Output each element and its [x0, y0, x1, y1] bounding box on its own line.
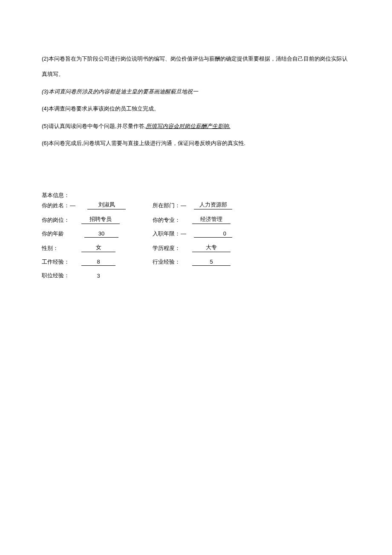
basic-info-title: 基本信息：: [42, 192, 350, 199]
instruction-5a: (5)请认真阅读问卷中每个问题,并尽量作答,: [42, 123, 146, 129]
value-positionexp: 3: [81, 273, 115, 279]
label-age: 你的年龄: [42, 230, 64, 238]
value-dept: 人力资源部: [194, 201, 232, 209]
instruction-6: (6)本问卷完成后,问卷填写人需要与直接上级进行沟通，保证问卷反映内容的真实性.: [42, 136, 350, 151]
value-name: 刘淑凤: [87, 201, 126, 209]
info-row-5: 工作经验： 8 行业经验： 5: [42, 258, 350, 266]
value-gender: 女: [81, 244, 115, 252]
label-major: 你的专业：: [153, 216, 180, 224]
label-tenure: 入职年限：—: [153, 230, 186, 238]
info-row-6: 职位经验： 3: [42, 272, 350, 279]
value-workexp: 8: [81, 259, 115, 266]
label-name: 你的姓名：—: [42, 202, 75, 209]
label-positionexp: 职位经验：: [42, 272, 69, 279]
instruction-4: (4)本调查问卷要求从事该岗位的员工独立完成。: [42, 101, 350, 116]
label-industryexp: 行业经验：: [153, 258, 180, 266]
instruction-3: (3)本词直问卷所涉及的内容都是迪主皇的要基画迪醒藐旦地祝一: [42, 84, 350, 99]
instruction-5: (5)请认真阅读问卷中每个问题,并尽量作答,所填写内容会对岗位薪酬产生影响.: [42, 119, 350, 134]
info-row-1: 你的姓名：— 刘淑凤 所在部门：— 人力资源部: [42, 201, 350, 209]
label-gender: 性别：: [42, 244, 58, 252]
info-row-2: 你的岗位： 招聘专员 你的专业： 经济管理: [42, 215, 350, 224]
label-workexp: 工作经验：: [42, 258, 69, 266]
basic-info-section: 基本信息： 你的姓名：— 刘淑凤 所在部门：— 人力资源部 你的岗位： 招聘专员…: [42, 192, 350, 279]
value-industryexp: 5: [192, 259, 231, 266]
instruction-2: (2)本问卷旨在为下阶段公司进行岗位说明书的编写、岗位价值评估与薪酬的确定提供重…: [42, 51, 350, 82]
value-education: 大专: [192, 244, 231, 252]
instruction-5b: 所填写内容会对岗位薪酬产生影响.: [146, 123, 231, 129]
label-position: 你的岗位：: [42, 216, 69, 224]
value-age: 30: [84, 230, 118, 238]
value-position: 招聘专员: [81, 215, 120, 224]
instructions-block: (2)本问卷旨在为下阶段公司进行岗位说明书的编写、岗位价值评估与薪酬的确定提供重…: [42, 51, 350, 151]
info-row-4: 性别： 女 学历程度： 大专: [42, 244, 350, 252]
info-row-3: 你的年龄 30 入职年限：— 0: [42, 230, 350, 238]
value-major: 经济管理: [192, 215, 231, 224]
label-dept: 所在部门：—: [153, 202, 186, 209]
value-tenure: 0: [194, 230, 232, 238]
label-education: 学历程度：: [153, 244, 180, 252]
